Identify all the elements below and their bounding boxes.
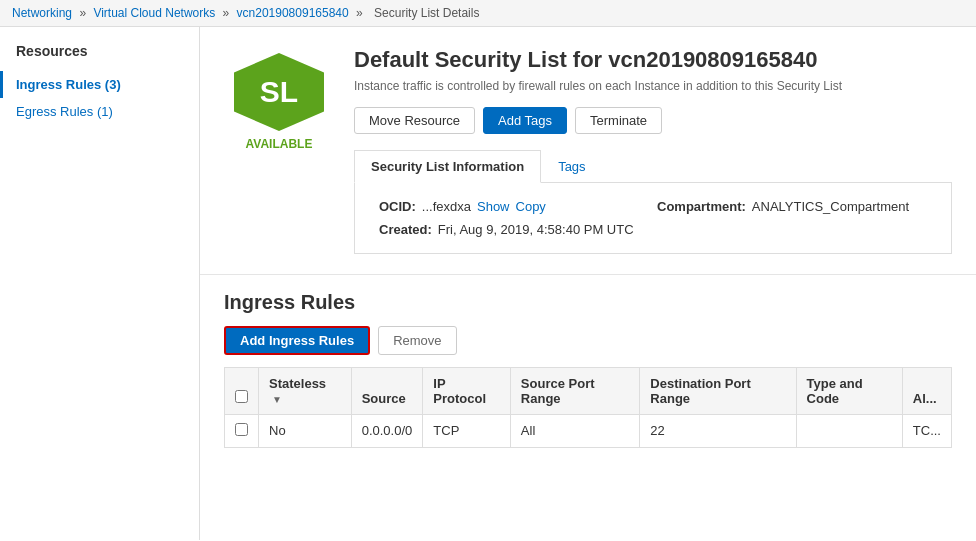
created-label: Created: bbox=[379, 222, 432, 237]
row-al: TC... bbox=[902, 415, 951, 448]
breadcrumb-vcn-list[interactable]: Virtual Cloud Networks bbox=[93, 6, 215, 20]
info-grid: OCID: ...fexdxa Show Copy Compartment: A… bbox=[379, 199, 927, 237]
compartment-row: Compartment: ANALYTICS_Compartment bbox=[657, 199, 927, 214]
ocid-label: OCID: bbox=[379, 199, 416, 214]
row-stateless: No bbox=[259, 415, 352, 448]
row-source: 0.0.0.0/0 bbox=[351, 415, 423, 448]
ocid-value: ...fexdxa bbox=[422, 199, 471, 214]
hex-icon-letters: SL bbox=[260, 75, 298, 109]
terminate-button[interactable]: Terminate bbox=[575, 107, 662, 134]
col-header-type-and-code: Type and Code bbox=[796, 368, 902, 415]
col-header-check bbox=[225, 368, 259, 415]
move-resource-button[interactable]: Move Resource bbox=[354, 107, 475, 134]
sidebar: Resources Ingress Rules (3) Egress Rules… bbox=[0, 27, 200, 540]
sidebar-item-ingress[interactable]: Ingress Rules (3) bbox=[0, 71, 199, 98]
row-type-and-code bbox=[796, 415, 902, 448]
add-tags-button[interactable]: Add Tags bbox=[483, 107, 567, 134]
table-header-row: Stateless ▼ Source IP Protocol Source Po… bbox=[225, 368, 952, 415]
ingress-table: Stateless ▼ Source IP Protocol Source Po… bbox=[224, 367, 952, 448]
col-header-source-port-range: Source Port Range bbox=[510, 368, 640, 415]
ocid-copy-link[interactable]: Copy bbox=[516, 199, 546, 214]
compartment-label: Compartment: bbox=[657, 199, 746, 214]
col-header-source: Source bbox=[351, 368, 423, 415]
row-source-port-range: All bbox=[510, 415, 640, 448]
tab-content: OCID: ...fexdxa Show Copy Compartment: A… bbox=[354, 183, 952, 254]
tabs: Security List Information Tags bbox=[354, 150, 952, 183]
col-header-al: Al... bbox=[902, 368, 951, 415]
ocid-row: OCID: ...fexdxa Show Copy bbox=[379, 199, 649, 214]
hex-icon-shape: SL bbox=[234, 53, 324, 131]
created-row: Created: Fri, Aug 9, 2019, 4:58:40 PM UT… bbox=[379, 222, 649, 237]
resources-label: Resources bbox=[0, 43, 199, 71]
stateless-sort-icon[interactable]: ▼ bbox=[272, 394, 282, 405]
col-header-stateless: Stateless ▼ bbox=[259, 368, 352, 415]
main-content: SL AVAILABLE Default Security List for v… bbox=[200, 27, 976, 540]
tab-security-list-info[interactable]: Security List Information bbox=[354, 150, 541, 183]
row-ip-protocol: TCP bbox=[423, 415, 511, 448]
compartment-value: ANALYTICS_Compartment bbox=[752, 199, 909, 214]
tab-tags[interactable]: Tags bbox=[541, 150, 602, 183]
table-row: No 0.0.0.0/0 TCP All 22 TC... bbox=[225, 415, 952, 448]
status-badge: AVAILABLE bbox=[246, 137, 313, 151]
created-value: Fri, Aug 9, 2019, 4:58:40 PM UTC bbox=[438, 222, 634, 237]
resource-header: SL AVAILABLE Default Security List for v… bbox=[200, 27, 976, 275]
ingress-section: Ingress Rules Add Ingress Rules Remove S… bbox=[200, 275, 976, 464]
add-ingress-button[interactable]: Add Ingress Rules bbox=[224, 326, 370, 355]
select-all-checkbox[interactable] bbox=[235, 390, 248, 403]
col-header-dest-port-range: Destination Port Range bbox=[640, 368, 796, 415]
breadcrumb-vcn[interactable]: vcn20190809165840 bbox=[237, 6, 349, 20]
row-checkbox-cell bbox=[225, 415, 259, 448]
action-buttons: Move Resource Add Tags Terminate bbox=[354, 107, 952, 134]
breadcrumb-current: Security List Details bbox=[374, 6, 479, 20]
resource-subtitle: Instance traffic is controlled by firewa… bbox=[354, 79, 952, 93]
row-dest-port-range: 22 bbox=[640, 415, 796, 448]
col-header-ip-protocol: IP Protocol bbox=[423, 368, 511, 415]
ingress-title: Ingress Rules bbox=[224, 291, 952, 314]
ocid-show-link[interactable]: Show bbox=[477, 199, 510, 214]
breadcrumb: Networking » Virtual Cloud Networks » vc… bbox=[0, 0, 976, 27]
resource-icon-container: SL AVAILABLE bbox=[224, 47, 334, 157]
sidebar-item-egress[interactable]: Egress Rules (1) bbox=[0, 98, 199, 125]
row-checkbox[interactable] bbox=[235, 423, 248, 436]
section-actions: Add Ingress Rules Remove bbox=[224, 326, 952, 355]
page-title: Default Security List for vcn20190809165… bbox=[354, 47, 952, 73]
resource-info: Default Security List for vcn20190809165… bbox=[354, 47, 952, 254]
breadcrumb-networking[interactable]: Networking bbox=[12, 6, 72, 20]
remove-button[interactable]: Remove bbox=[378, 326, 456, 355]
